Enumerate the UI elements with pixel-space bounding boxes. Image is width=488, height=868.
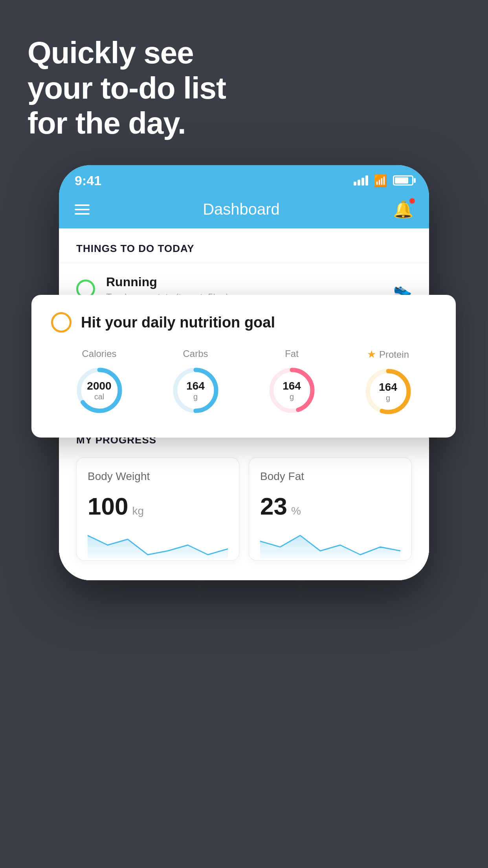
progress-section: MY PROGRESS Body Weight 100 kg Body Fat … [59,418,429,580]
donut-center: 164 g [379,381,397,402]
nav-bar: Dashboard 🔔 [59,193,429,228]
donut-value: 2000 [87,380,111,392]
progress-number: 100 [88,492,128,520]
star-icon: ★ [367,348,376,360]
nutrition-card: Hit your daily nutrition goal Calories 2… [31,295,456,438]
svg-marker-0 [88,535,228,559]
nutrition-label: ★Protein [367,348,409,360]
progress-number: 23 [260,492,287,520]
status-icons: 📶 [354,174,413,187]
notification-dot [409,198,415,204]
progress-card-title: Body Fat [260,470,400,483]
progress-card-value: 100 kg [88,492,228,520]
card-title: Hit your daily nutrition goal [81,314,275,331]
donut-chart: 164 g [266,365,317,416]
nutrition-label: Calories [82,348,116,359]
progress-cards: Body Weight 100 kg Body Fat 23 % [76,457,412,580]
card-header: Hit your daily nutrition goal [51,312,436,333]
donut-unit: g [283,392,301,401]
donut-unit: g [379,393,397,402]
nutrition-label: Fat [285,348,299,359]
bell-icon[interactable]: 🔔 [393,200,413,219]
donut-center: 164 g [283,380,301,401]
progress-card-title: Body Weight [88,470,228,483]
task-circle [51,312,72,333]
signal-icon [354,175,368,186]
things-to-do-header: THINGS TO DO TODAY [59,228,429,263]
donut-center: 2000 cal [87,380,111,401]
donut-chart: 164 g [170,365,221,416]
nutrition-circles: Calories 2000 cal Carbs 164 g Fat [51,348,436,417]
donut-center: 164 g [186,380,205,401]
nutrition-label: Carbs [183,348,208,359]
progress-card[interactable]: Body Weight 100 kg [76,457,239,561]
progress-unit: kg [132,505,144,517]
progress-unit: % [291,505,301,517]
progress-card-value: 23 % [260,492,400,520]
progress-card[interactable]: Body Fat 23 % [249,457,412,561]
hamburger-icon[interactable] [75,204,90,215]
battery-icon [393,175,413,186]
sparkline-chart [88,531,228,559]
wifi-icon: 📶 [374,174,387,187]
nav-title: Dashboard [203,200,280,218]
background-headline: Quickly see your to-do list for the day. [28,35,226,141]
status-bar: 9:41 📶 [59,165,429,193]
nutrition-item-carbs: Carbs 164 g [170,348,221,416]
donut-unit: g [186,392,205,401]
sparkline-chart [260,531,400,559]
nutrition-item-calories: Calories 2000 cal [74,348,125,416]
status-time: 9:41 [75,173,101,188]
donut-chart: 164 g [363,366,414,417]
donut-value: 164 [186,380,205,392]
donut-chart: 2000 cal [74,365,125,416]
donut-unit: cal [87,392,111,401]
nutrition-item-protein: ★Protein 164 g [363,348,414,417]
donut-value: 164 [283,380,301,392]
todo-title: Running [106,275,382,289]
donut-value: 164 [379,381,397,394]
nutrition-item-fat: Fat 164 g [266,348,317,416]
